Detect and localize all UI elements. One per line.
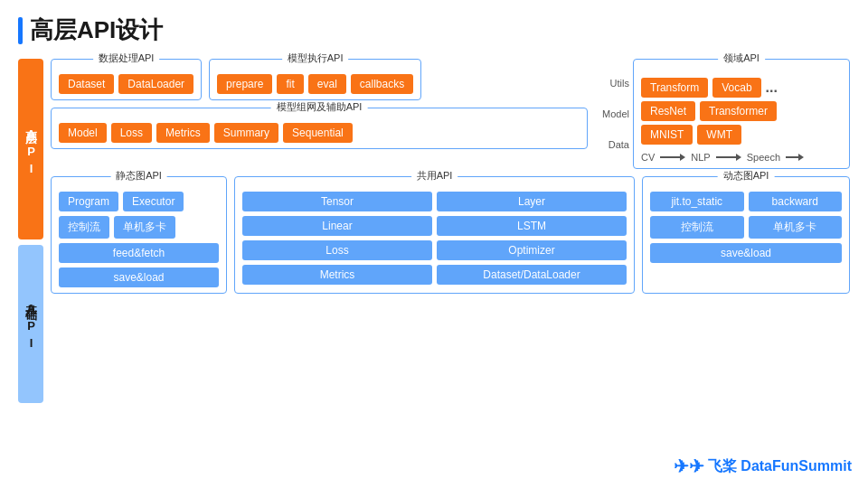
shared-api-title: 共用API [411,169,458,183]
vocab-box: Vocab [712,78,760,98]
metrics-box: Metrics [156,123,210,143]
linear-box: Linear [242,216,432,236]
domain-row-3: MNIST WMT [641,125,842,145]
domain-row-1: Transform Vocab ... [641,78,842,98]
domain-row-2: ResNet Transformer [641,101,842,121]
dynamic-row-3: save&load [650,243,842,263]
static-row-4: save&load [59,267,219,287]
dynamic-row-1: jit.to_static backward [650,192,842,211]
model-box: Model [59,123,107,143]
save-load-box-1: save&load [59,267,219,287]
data-api-title: 数据处理API [93,52,160,65]
wmt-box: WMT [697,125,741,145]
shared-api-section: 共用API Tensor Layer Linear LSTM Loss Opti [234,176,635,294]
jit-static-box: jit.to_static [650,192,744,211]
data-label: Data [609,139,629,150]
static-api-section: 静态图API Program Executor 控制流 单机多卡 feed&fe… [51,176,227,294]
save-load-box-2: save&load [650,243,842,263]
static-api-title: 静态图API [110,169,167,183]
single-multi-card-box-2: 单机多卡 [749,216,843,239]
tensor-box: Tensor [242,192,432,211]
control-flow-box-2: 控制流 [650,216,744,239]
cv-label: CV [641,152,655,163]
model-net-title: 模型组网及辅助API [271,100,368,114]
model-net-section: 模型组网及辅助API Model Loss Metrics Summary Se… [51,108,588,149]
static-row-2: 控制流 单机多卡 [59,216,219,239]
metrics-shared-box: Metrics [242,265,432,285]
backward-box: backward [749,192,843,211]
context-labels: Utils Model Data [595,59,633,169]
data-api-section: 数据处理API Dataset DataLoader [51,59,202,100]
dataloader-box: DataLoader [118,74,193,94]
executor-box: Executor [123,192,184,211]
logo-icon: ✈✈ [674,455,704,477]
watermark: ✈✈ 飞桨 DataFunSummit [674,455,852,477]
dynamic-api-section: 动态图API jit.to_static backward 控制流 单机多卡 s… [642,176,850,294]
dynamic-row-2: 控制流 单机多卡 [650,216,842,239]
title-bar [18,17,23,44]
base-api-label: 基础API [18,245,43,403]
nlp-label: NLP [691,152,710,163]
model-exec-section: 模型执行API prepare fit eval callbacks [209,59,421,100]
loss-shared-box: Loss [242,240,432,260]
model-exec-items: prepare fit eval callbacks [217,74,413,94]
transformer-box: Transformer [700,101,777,121]
more-icon-1: ... [766,80,778,96]
shared-row-1: Tensor Layer [242,192,627,211]
callbacks-box: callbacks [351,74,413,94]
resnet-box: ResNet [641,101,695,121]
domain-api-section: 领域API Transform Vocab ... ResNet Transfo… [633,59,850,169]
speech-label: Speech [747,152,780,163]
high-api-label: 高层API [18,59,43,239]
dataset-dataloader-box: Dataset/DataLoader [437,265,627,285]
summary-box: Summary [214,123,278,143]
fit-box: fit [277,74,303,94]
sequential-box: Sequential [283,123,353,143]
model-label: Model [602,108,629,119]
layer-box: Layer [437,192,627,211]
page: 高层API设计 高层API 基础API 数据处 [0,0,868,488]
shared-row-4: Metrics Dataset/DataLoader [242,265,627,285]
eval-box: eval [308,74,346,94]
category-row: CV NLP Speech [641,152,842,163]
speech-arrow [786,154,804,161]
cv-arrow [660,154,685,161]
static-api-items: Program Executor 控制流 单机多卡 feed&fetch sav… [59,192,219,287]
shared-row-3: Loss Optimizer [242,240,627,260]
utils-label: Utils [610,78,629,89]
program-box: Program [59,192,118,211]
page-title: 高层API设计 [18,14,850,46]
lstm-box: LSTM [437,216,627,236]
model-net-items: Model Loss Metrics Summary Sequential [59,123,580,143]
static-row-3: feed&fetch [59,243,219,263]
dataset-box: Dataset [59,74,114,94]
optimizer-box: Optimizer [437,240,627,260]
dynamic-api-title: 动态图API [718,169,775,183]
mnist-box: MNIST [641,125,693,145]
dynamic-api-items: jit.to_static backward 控制流 单机多卡 save&loa… [650,192,842,263]
domain-api-title: 领域API [718,52,765,65]
prepare-box: prepare [217,74,272,94]
loss-box: Loss [111,123,152,143]
nlp-arrow [716,154,741,161]
shared-row-2: Linear LSTM [242,216,627,236]
single-multi-card-box-1: 单机多卡 [114,216,175,239]
control-flow-box-1: 控制流 [59,216,109,239]
static-row-1: Program Executor [59,192,219,211]
transform-box: Transform [641,78,708,98]
model-exec-title: 模型执行API [282,52,349,65]
feed-fetch-box: feed&fetch [59,243,219,263]
data-api-items: Dataset DataLoader [59,74,193,94]
shared-api-items: Tensor Layer Linear LSTM Loss Optimizer [242,192,627,285]
